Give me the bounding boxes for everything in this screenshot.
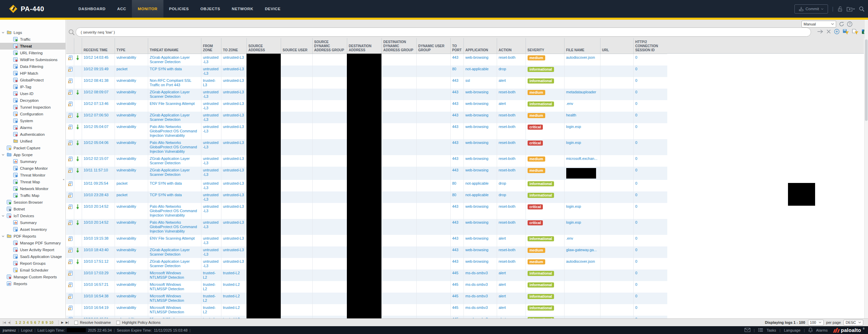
sidebar-item-reports[interactable]: Reports (0, 280, 65, 287)
action[interactable]: alert (499, 271, 506, 275)
log-filter-input[interactable]: ( severity neq 'low' ) (76, 27, 811, 37)
to-zone[interactable]: trusted-L2 (223, 305, 240, 310)
http2-connection-session-id[interactable]: 0 (635, 141, 637, 145)
to-port[interactable]: 80 (452, 193, 456, 197)
http2-connection-session-id[interactable]: 0 (635, 193, 637, 197)
action[interactable]: alert (499, 294, 506, 298)
action[interactable]: reset-both (499, 220, 516, 224)
file-name[interactable]: login.esp (566, 141, 581, 145)
packet-capture-download-icon[interactable] (76, 206, 79, 210)
http2-connection-session-id[interactable]: 0 (635, 282, 637, 286)
to-port[interactable]: 443 (452, 55, 458, 59)
log-detail-icon[interactable] (68, 80, 73, 84)
log-detail-icon[interactable] (68, 103, 73, 107)
application[interactable]: ms-ds-smbv3 (466, 282, 488, 286)
application[interactable]: web-browsing (466, 204, 489, 208)
from-zone[interactable]: untrusted-L3 (203, 125, 219, 133)
to-zone[interactable]: untrusted-L3 (223, 101, 244, 106)
column-header-dug[interactable]: DYNAMIC USER GROUP (416, 38, 450, 54)
application[interactable]: web-browsing (466, 55, 489, 59)
to-port[interactable]: 445 (452, 271, 458, 275)
sidebar-item-data-filtering[interactable]: Data Filtering (0, 63, 65, 70)
to-port[interactable]: 443 (452, 248, 458, 252)
receive-time[interactable]: 10/12 02:15:07 (84, 156, 108, 161)
to-port[interactable]: 445 (452, 282, 458, 286)
from-zone[interactable]: trusted-L2 (203, 294, 216, 302)
chevron-down-icon[interactable] (1, 214, 5, 218)
application[interactable]: web-browsing (466, 248, 489, 252)
column-header-file[interactable]: FILE NAME (564, 38, 600, 54)
to-zone[interactable]: trusted-L2 (223, 271, 240, 275)
to-port[interactable]: 445 (452, 305, 458, 310)
threat-type[interactable]: vulnerability (117, 90, 136, 94)
action[interactable]: drop (499, 181, 506, 185)
alarms-link[interactable]: Alarms (816, 328, 828, 332)
sidebar-item-system[interactable]: System (0, 117, 65, 124)
threat-name[interactable]: ZGrab Application Layer Scanner Detectio… (150, 248, 190, 256)
http2-connection-session-id[interactable]: 0 (635, 294, 637, 298)
sort-order-select[interactable]: DESC (844, 320, 863, 326)
threat-type[interactable]: packet (117, 181, 127, 185)
to-zone[interactable]: untrusted-L3 (223, 156, 244, 161)
application[interactable]: ssl (466, 78, 470, 82)
to-zone[interactable]: untrusted-L3 (223, 168, 244, 172)
apply-filter-icon[interactable] (817, 29, 823, 34)
application[interactable]: web-browsing (466, 259, 489, 263)
threat-type[interactable]: packet (117, 67, 127, 71)
file-name[interactable]: login.esp (566, 204, 581, 208)
sidebar-item-threat[interactable]: Threat (0, 43, 65, 50)
column-header-sdag[interactable]: SOURCE DYNAMIC ADDRESS GROUP (312, 38, 347, 54)
receive-time[interactable]: 10/10 16:54:19 (84, 305, 108, 310)
to-zone[interactable]: untrusted-L3 (223, 204, 244, 208)
to-zone[interactable]: untrusted-L3 (223, 90, 244, 94)
log-detail-icon[interactable] (68, 273, 73, 277)
threat-type[interactable]: vulnerability (117, 236, 136, 240)
column-header-pcap[interactable] (74, 38, 82, 54)
resolve-hostname-checkbox[interactable] (74, 321, 78, 324)
threat-type[interactable]: vulnerability (117, 55, 136, 59)
threat-name[interactable]: TCP SYN with data (150, 67, 182, 71)
from-zone[interactable]: untrusted-L3 (203, 156, 219, 165)
packet-capture-download-icon[interactable] (76, 92, 79, 96)
action[interactable]: alert (499, 282, 506, 286)
tasks-icon[interactable] (758, 328, 763, 333)
page-number-2[interactable]: 2 (19, 320, 21, 324)
threat-type[interactable]: vulnerability (117, 271, 136, 275)
action[interactable]: alert (499, 101, 506, 106)
last-page-button[interactable]: ▶| (65, 321, 68, 324)
action[interactable]: reset-both (499, 168, 516, 172)
tab-objects[interactable]: OBJECTS (195, 0, 226, 18)
sidebar-item-alarms[interactable]: Alarms (0, 124, 65, 131)
http2-connection-session-id[interactable]: 0 (635, 55, 637, 59)
application[interactable]: web-browsing (466, 220, 489, 224)
packet-capture-download-icon[interactable] (76, 261, 79, 265)
sidebar-item-saas-application-usage[interactable]: SaaS Application Usage (0, 253, 65, 260)
packet-capture-download-icon[interactable] (76, 142, 79, 146)
sidebar-item-tunnel-inspection[interactable]: Tunnel Inspection (0, 104, 65, 111)
application[interactable]: web-browsing (466, 168, 489, 172)
column-header-threat[interactable]: THREAT ID/NAME (148, 38, 201, 54)
receive-time[interactable]: 10/10 16:57:21 (84, 282, 108, 286)
column-header-severity[interactable]: SEVERITY (526, 38, 564, 54)
to-port[interactable]: 443 (452, 236, 458, 240)
log-detail-icon[interactable] (68, 92, 73, 96)
page-number-1[interactable]: 1 (15, 320, 17, 324)
vertical-scrollbar[interactable] (864, 20, 868, 318)
from-zone[interactable]: trusted-L2 (203, 271, 216, 279)
help-icon[interactable]: ? (847, 21, 852, 27)
threat-name[interactable]: Microsoft Windows NTLMSSP Detection (150, 282, 184, 291)
threat-name[interactable]: Palo Alto Networks GlobalProtect OS Comm… (150, 125, 197, 137)
threat-type[interactable]: vulnerability (117, 294, 136, 298)
application[interactable]: web-browsing (466, 90, 489, 94)
sidebar-item-threat-map[interactable]: Threat Map (0, 179, 65, 185)
threat-type[interactable]: vulnerability (117, 113, 136, 117)
receive-time[interactable]: 10/10 16:54:38 (84, 294, 108, 298)
to-zone[interactable]: untrusted-L3 (223, 193, 244, 197)
tasks-link[interactable]: Tasks (767, 328, 776, 332)
from-zone[interactable]: untrusted-L3 (203, 248, 219, 256)
threat-name[interactable]: TCP SYN with data (150, 193, 182, 197)
page-number-3[interactable]: 3 (23, 320, 25, 324)
http2-connection-session-id[interactable]: 0 (635, 156, 637, 161)
action[interactable]: reset-both (499, 141, 516, 145)
action[interactable]: reset-both (499, 90, 516, 94)
